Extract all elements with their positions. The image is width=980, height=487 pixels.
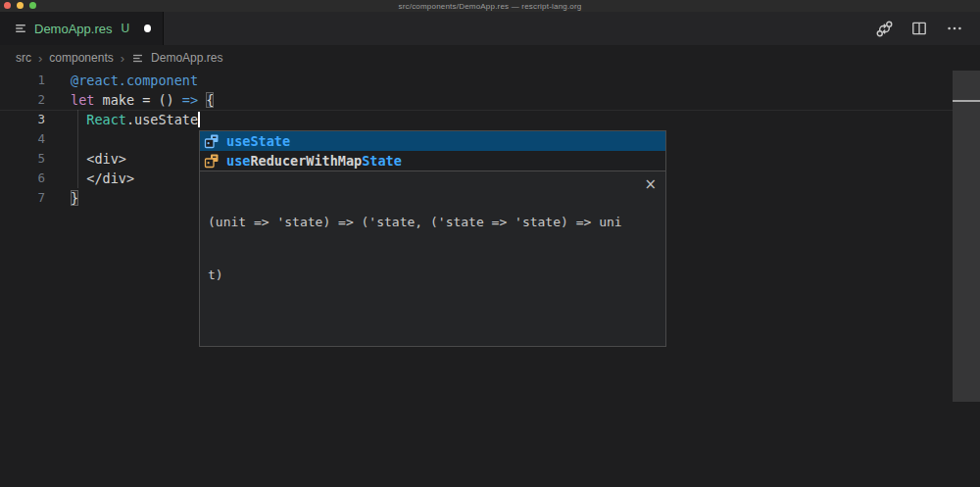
split-editor-icon	[910, 20, 928, 37]
more-actions-button[interactable]	[943, 17, 966, 40]
matched-bracket: }	[71, 190, 78, 206]
line-number: 3	[0, 110, 45, 129]
line-number: 5	[0, 149, 45, 169]
chevron-right-icon: ›	[121, 52, 124, 65]
doc-signature-line: t)	[208, 267, 636, 284]
tab-label: DemoApp.res	[34, 22, 112, 36]
code-token: <div>	[71, 151, 126, 167]
line-number: 1	[0, 71, 45, 90]
breadcrumb: src › components › DemoApp.res	[0, 45, 980, 71]
suggestion-usereducerwithmapstate[interactable]: useReducerWithMapState	[200, 151, 665, 170]
breadcrumb-file[interactable]: DemoApp.res	[151, 51, 222, 65]
vscode-window: src/components/DemoApp.res — rescript-la…	[0, 0, 980, 487]
code-token	[198, 92, 206, 108]
code-token: @react.component	[71, 73, 198, 88]
code-line-2: 2 let make = () => {	[0, 90, 953, 110]
code-token: = ()	[142, 92, 182, 108]
code-token: =>	[182, 92, 198, 108]
overview-cursor-marker	[953, 100, 980, 102]
file-icon	[14, 22, 27, 35]
code-token: </div>	[71, 170, 134, 186]
symbol-value-icon	[204, 133, 220, 149]
suggestion-label: useState	[226, 131, 290, 151]
window-title: src/components/DemoApp.res — rescript-la…	[0, 2, 980, 11]
file-icon	[131, 52, 144, 65]
line-number: 2	[0, 90, 45, 110]
tab-demoapp[interactable]: DemoApp.res U	[0, 12, 164, 45]
code-token: React	[86, 112, 126, 127]
line-number: 6	[0, 169, 45, 188]
ellipsis-icon	[946, 20, 963, 37]
suggestion-usestate[interactable]: useState	[200, 131, 665, 151]
code-token	[71, 112, 86, 127]
text-cursor	[198, 112, 200, 127]
line-number: 7	[0, 188, 45, 208]
editor-actions	[872, 12, 966, 45]
suggestion-label: useReducerWithMapState	[226, 151, 402, 170]
code-token: let	[71, 92, 94, 108]
breadcrumb-components[interactable]: components	[49, 51, 113, 65]
code-token: .useState	[126, 112, 198, 127]
doc-signature-line: (unit => 'state) => ('state, ('state => …	[208, 214, 636, 231]
line-number: 4	[0, 129, 45, 149]
git-status-badge: U	[121, 22, 129, 35]
close-icon[interactable]: ×	[644, 175, 657, 193]
symbol-value-icon	[204, 153, 220, 169]
scrollbar[interactable]	[953, 71, 980, 402]
compare-changes-icon	[875, 20, 894, 38]
suggestion-docs: (unit => 'state) => ('state, ('state => …	[200, 170, 665, 346]
chevron-right-icon: ›	[38, 52, 42, 65]
breadcrumb-src[interactable]: src	[16, 51, 31, 65]
unsaved-indicator-dot[interactable]	[144, 24, 151, 32]
code-token: make	[94, 92, 142, 108]
tab-bar: DemoApp.res U	[0, 12, 980, 45]
code-line-1: 1 @react.component	[0, 71, 953, 90]
open-changes-button[interactable]	[872, 17, 896, 40]
titlebar: src/components/DemoApp.res — rescript-la…	[0, 0, 980, 12]
split-editor-button[interactable]	[907, 17, 931, 40]
matched-bracket: {	[206, 92, 214, 108]
code-line-3-active: 3 React.useState	[0, 110, 953, 129]
autocomplete-popup: useState useReducerWithMapState (unit =>…	[199, 130, 666, 347]
